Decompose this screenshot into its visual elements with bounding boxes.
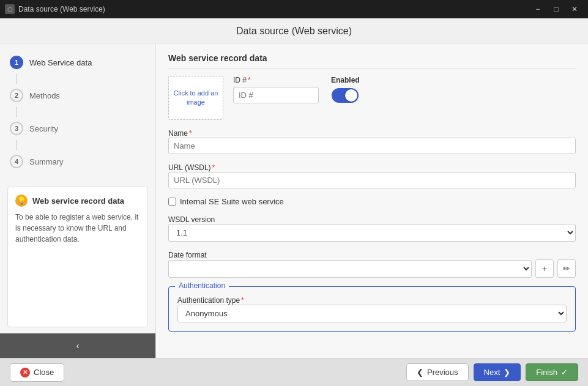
auth-type-label: Authentication type* (177, 296, 244, 305)
id-required-star: * (248, 76, 251, 84)
name-field-row: Name* (168, 128, 576, 154)
date-add-button[interactable]: + (535, 259, 554, 278)
step-connector-1 (16, 74, 17, 84)
step-label-4: Summary (29, 157, 64, 166)
auth-type-field-row: Authentication type* Anonymous Basic NTL… (177, 295, 567, 322)
id-input[interactable] (233, 87, 319, 103)
image-upload-text: Click to add an image (169, 89, 223, 108)
window-controls: − □ ✕ (529, 2, 583, 16)
date-format-label: Date format (168, 251, 207, 259)
step-connector-2 (16, 107, 17, 117)
date-format-select[interactable] (168, 260, 532, 278)
sidebar-item-summary[interactable]: 4 Summary (0, 150, 155, 173)
steps-list: 1 Web Service data 2 Methods 3 Security … (0, 43, 155, 180)
sidebar-info-text: To be able to register a web service, it… (15, 212, 140, 245)
sidebar-info-box: 💡 Web service record data To be able to … (7, 187, 148, 327)
sidebar-info-header: 💡 Web service record data (15, 195, 140, 207)
internal-checkbox-label[interactable]: Internal SE Suite web service (180, 197, 284, 206)
previous-button[interactable]: ❮ Previous (406, 363, 469, 381)
id-field-group: ID #* (233, 76, 319, 103)
url-input[interactable] (168, 172, 576, 188)
id-label: ID #* (233, 76, 319, 84)
step-label-2: Methods (29, 91, 60, 100)
url-label: URL (WSDL)* (168, 163, 215, 172)
step-label-3: Security (29, 124, 58, 133)
close-window-button[interactable]: ✕ (566, 2, 583, 16)
close-x-icon: ✕ (20, 368, 30, 377)
auth-section: Authentication Authentication type* Anon… (168, 286, 576, 332)
step-connector-3 (16, 140, 17, 150)
internal-checkbox[interactable] (168, 198, 176, 206)
next-icon: ❯ (504, 368, 510, 377)
footer: ✕ Close ❮ Previous Next ❯ Finish ✓ (0, 358, 588, 386)
window-title: Data source (Web service) (0, 18, 588, 43)
minimize-button[interactable]: − (529, 2, 546, 16)
top-fields-row: Click to add an image ID #* Enabled (168, 76, 576, 120)
prev-icon: ❮ (417, 368, 423, 377)
enabled-toggle-group: Enabled (331, 76, 360, 103)
step-num-1: 1 (10, 56, 23, 69)
wsdl-field-row: WSDL version 1.1 2.0 (168, 215, 576, 242)
toggle-knob (345, 89, 357, 102)
window-body: Data source (Web service) 1 Web Service … (0, 18, 588, 386)
footer-left: ✕ Close (10, 363, 64, 382)
auth-required-star: * (241, 296, 244, 305)
auth-type-select[interactable]: Anonymous Basic NTLM OAuth (177, 305, 567, 322)
finish-button[interactable]: Finish ✓ (526, 363, 578, 381)
name-label: Name* (168, 129, 192, 138)
section-title: Web service record data (168, 53, 576, 69)
wsdl-select[interactable]: 1.1 2.0 (168, 224, 576, 242)
app-icon: ⬡ (5, 4, 15, 14)
auth-legend: Authentication (175, 281, 229, 290)
id-enabled-col: ID #* Enabled (233, 76, 576, 103)
title-bar: ⬡ Data source (Web service) − □ ✕ (0, 0, 588, 18)
step-label-1: Web Service data (29, 58, 92, 67)
collapse-icon: ‹ (76, 341, 80, 351)
url-required-star: * (212, 163, 215, 172)
step-num-3: 3 (10, 122, 23, 135)
date-format-field-row: Date format + ✏ (168, 250, 576, 278)
close-button[interactable]: ✕ Close (10, 363, 64, 382)
sidebar-item-security[interactable]: 3 Security (0, 117, 155, 140)
sidebar-item-web-service-data[interactable]: 1 Web Service data (0, 51, 155, 74)
enabled-toggle[interactable] (332, 88, 359, 103)
sidebar-collapse-button[interactable]: ‹ (0, 333, 155, 358)
name-required-star: * (189, 129, 192, 138)
next-button[interactable]: Next ❯ (474, 363, 521, 381)
footer-right: ❮ Previous Next ❯ Finish ✓ (406, 363, 578, 381)
step-num-4: 4 (10, 155, 23, 168)
bulb-icon: 💡 (15, 195, 28, 207)
sidebar-info-title: Web service record data (32, 196, 124, 206)
sidebar: 1 Web Service data 2 Methods 3 Security … (0, 43, 156, 358)
date-format-row: + ✏ (168, 259, 576, 278)
date-edit-button[interactable]: ✏ (557, 259, 576, 278)
content-area: 1 Web Service data 2 Methods 3 Security … (0, 43, 588, 358)
step-num-2: 2 (10, 89, 23, 102)
image-upload-button[interactable]: Click to add an image (168, 76, 223, 120)
name-input[interactable] (168, 138, 576, 154)
internal-checkbox-row: Internal SE Suite web service (168, 197, 576, 206)
url-field-row: URL (WSDL)* (168, 163, 576, 188)
enabled-label: Enabled (331, 76, 360, 84)
wsdl-label: WSDL version (168, 215, 215, 224)
title-bar-title: Data source (Web service) (18, 5, 105, 13)
finish-icon: ✓ (561, 368, 568, 377)
maximize-button[interactable]: □ (548, 2, 565, 16)
sidebar-item-methods[interactable]: 2 Methods (0, 84, 155, 107)
main-content: Web service record data Click to add an … (156, 43, 588, 358)
